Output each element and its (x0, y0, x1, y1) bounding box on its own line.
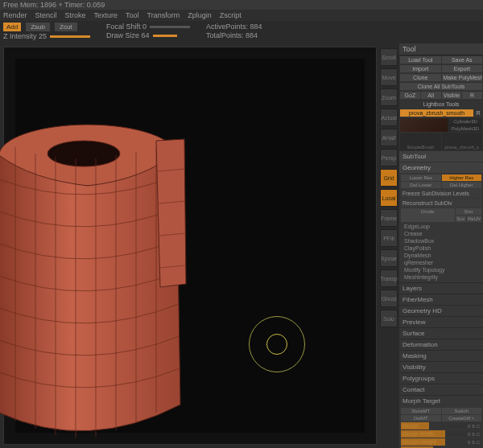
acc-contact[interactable]: Contact (399, 384, 483, 395)
active-tool[interactable]: prova_zbrush_smooth (400, 109, 473, 117)
reuv-toggle[interactable]: ReUV (467, 216, 481, 222)
acc-geometryhd[interactable]: Geometry HD (399, 305, 483, 316)
morph-target-header[interactable]: Morph Target (399, 395, 483, 406)
thumb-polymesh[interactable]: PolyMesh3D (448, 125, 482, 132)
lightbox-tools-label: Lightbox Tools (400, 101, 482, 108)
morph-height-slider[interactable]: Morph Height0 S C (401, 438, 481, 446)
actual-icon[interactable]: Actual (380, 109, 398, 126)
goz-r-button[interactable]: R (462, 92, 482, 99)
move-icon[interactable]: Move (380, 68, 398, 86)
total-points: TotalPoints: 884 (206, 31, 262, 39)
active-points: ActivePoints: 884 (206, 23, 262, 31)
menu-stencil[interactable]: Stencil (35, 11, 57, 19)
local-icon[interactable]: Local (380, 189, 398, 207)
thumb-simplebrush[interactable]: SimpleBrush (400, 133, 441, 150)
scroll-icon[interactable]: Scroll (380, 48, 398, 66)
z-intensity-slider[interactable] (50, 35, 90, 38)
draw-size-label: Draw Size 64 (106, 31, 150, 39)
reconstruct-subdiv-button[interactable]: Reconstruct SubDiv (401, 199, 481, 208)
menu-bar: Render Stencil Stroke Texture Tool Trans… (0, 10, 483, 21)
z-intensity-label: Z Intensity 25 (3, 32, 47, 40)
viewport-toolbar: Scroll Move Zoom Actual AHalf Persp Grid… (378, 43, 399, 448)
delmt-button[interactable]: DelMT (401, 415, 441, 421)
mesh-cylinder (0, 91, 208, 445)
acc-preview[interactable]: Preview (399, 316, 483, 327)
subtool-header[interactable]: SubTool (399, 151, 483, 162)
menu-zplugin[interactable]: Zplugin (188, 11, 212, 19)
make-polymesh-button[interactable]: Make PolyMesh3D (442, 74, 483, 81)
xpose-icon[interactable]: Xpose (380, 249, 398, 267)
solo-icon[interactable]: Solo (380, 310, 398, 327)
morph-width-slider[interactable]: Morph Width0 S C (401, 430, 481, 438)
geo-claypolish[interactable]: ClayPolish (401, 245, 481, 252)
switch-button[interactable]: Switch (442, 408, 482, 414)
tool-thumbnail[interactable] (400, 118, 448, 132)
clone-all-button[interactable]: Clone All SubTools (400, 83, 482, 90)
grid-icon[interactable]: Grid (380, 169, 398, 187)
geo-edgeloop[interactable]: EdgeLoop (401, 223, 481, 230)
geo-crease[interactable]: Crease (401, 230, 481, 237)
geo-modify-topology[interactable]: Modify Topology (401, 266, 481, 273)
acc-masking[interactable]: Masking (399, 350, 483, 361)
acc-deformation[interactable]: Deformation (399, 339, 483, 350)
storemt-button[interactable]: StoreMT (401, 408, 441, 414)
persp-icon[interactable]: Persp (380, 149, 398, 166)
smt-toggle[interactable]: Smt (456, 208, 481, 215)
del-higher-button[interactable]: Del Higher (442, 182, 482, 188)
acc-visibility[interactable]: Visibility (399, 361, 483, 372)
menu-tool[interactable]: Tool (126, 11, 139, 19)
r-button[interactable]: R (474, 109, 482, 117)
zcut-toggle[interactable]: Zcut (55, 23, 77, 31)
goz-all-button[interactable]: All (421, 92, 441, 99)
geo-meshintegrity[interactable]: MeshIntegrity (401, 273, 481, 281)
acc-fibermesh[interactable]: FiberMesh (399, 294, 483, 305)
focal-shift-slider[interactable] (150, 26, 190, 28)
divide-button[interactable]: Divide (401, 208, 455, 222)
clone-button[interactable]: Clone (400, 74, 441, 81)
creatediff-button[interactable]: CreateDiff > (442, 415, 482, 421)
acc-polygroups[interactable]: Polygroups (399, 372, 483, 384)
viewport[interactable] (3, 47, 377, 445)
polyframe-icon[interactable]: PFill (380, 229, 398, 247)
geometry-header[interactable]: Geometry (399, 162, 483, 173)
del-lower-button[interactable]: Del Lower (401, 182, 441, 188)
title-bar: Free Mem: 1896 + Timer: 0.059 (3, 1, 105, 9)
ghost-icon[interactable]: Ghost (380, 290, 398, 307)
morph-slider[interactable]: Morph0 S C (401, 422, 481, 430)
export-button[interactable]: Export (442, 65, 483, 72)
zoom-icon[interactable]: Zoom (380, 88, 398, 106)
geo-dynamesh[interactable]: DynaMesh (401, 252, 481, 259)
import-button[interactable]: Import (400, 65, 441, 72)
brush-cursor-icon (249, 316, 305, 372)
tool-header[interactable]: Tool (399, 43, 483, 55)
freeze-subdiv-button[interactable]: Freeze SubDivision Levels (401, 189, 481, 198)
goz-button[interactable]: GoZ (400, 92, 420, 99)
geo-qremesher[interactable]: qRemesher (401, 259, 481, 266)
save-as-button[interactable]: Save As (442, 56, 483, 64)
transp-icon[interactable]: Transp (380, 269, 398, 287)
thumb-cylinder[interactable]: Cylinder3D (448, 118, 482, 125)
zadd-toggle[interactable]: Add (3, 23, 21, 31)
frame-icon[interactable]: Frame (380, 209, 398, 227)
thumb-prova[interactable]: prova_zbrush_s (442, 133, 483, 150)
focal-shift-label: Focal Shift 0 (106, 23, 147, 31)
menu-transform[interactable]: Transform (147, 11, 180, 19)
geo-shadowbox[interactable]: ShadowBox (401, 237, 481, 245)
menu-render[interactable]: Render (3, 11, 27, 19)
suv-toggle[interactable]: Suv (456, 216, 466, 222)
lower-res-button[interactable]: Lower Res (401, 175, 441, 181)
load-tool-button[interactable]: Load Tool (400, 56, 441, 64)
menu-stroke[interactable]: Stroke (65, 11, 86, 19)
svg-point-1 (47, 141, 120, 166)
acc-surface[interactable]: Surface (399, 327, 483, 339)
zsub-toggle[interactable]: Zsub (26, 23, 50, 31)
menu-texture[interactable]: Texture (94, 11, 118, 19)
ahalf-icon[interactable]: AHalf (380, 129, 398, 146)
draw-size-slider[interactable] (153, 35, 177, 37)
menu-zscript[interactable]: Zscript (220, 11, 242, 19)
acc-layers[interactable]: Layers (399, 282, 483, 294)
goz-visible-button[interactable]: Visible (442, 92, 462, 99)
higher-res-button[interactable]: Higher Res (442, 175, 482, 181)
tool-panel: Tool Load ToolSave As ImportExport Clone… (399, 43, 483, 448)
